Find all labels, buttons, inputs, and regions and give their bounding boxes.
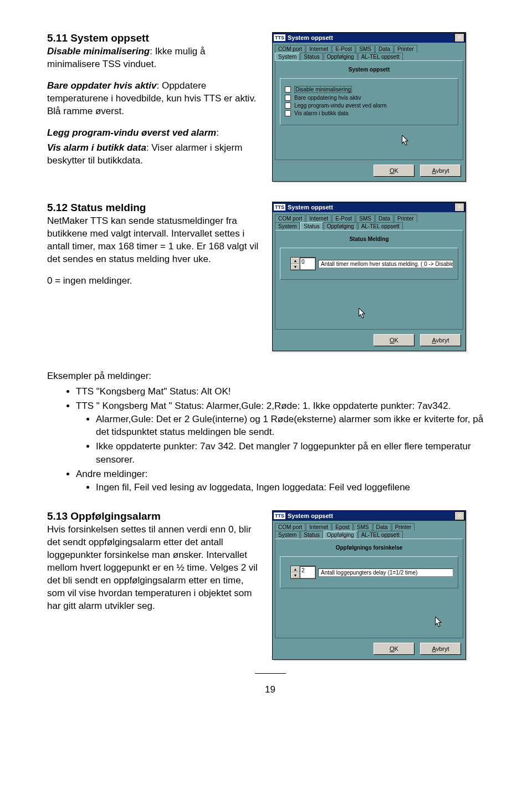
chevron-up-icon[interactable]: ▲ <box>291 566 300 572</box>
tab-data[interactable]: Data <box>373 523 391 531</box>
cursor-icon <box>359 308 366 319</box>
checkbox-label: Bare oppdatering hvis aktiv <box>294 95 361 101</box>
para: Vis alarm i butikk data: Viser alarmer i… <box>47 142 260 167</box>
tab-com-port[interactable]: COM port <box>275 523 305 531</box>
group-title: Oppfølgnings forsinkelse <box>279 545 459 551</box>
tabs-row-lower: System Status Oppfølging AL-TEL oppsett <box>273 531 466 539</box>
tab-printer[interactable]: Printer <box>394 214 417 222</box>
term: Disable minimalisering <box>47 46 150 57</box>
term: Bare oppdater hvis aktiv <box>47 80 156 91</box>
para: 0 = ingen meldinger. <box>47 275 260 288</box>
tab-printer[interactable]: Printer <box>394 45 417 53</box>
quantity-stepper[interactable]: ▲ ▼ 0 <box>290 257 316 270</box>
tab-body: System oppsett Disable minimalisering Ba… <box>275 60 463 160</box>
tabs-row-upper: COM port Internet E-Post SMS Data Printe… <box>273 212 466 222</box>
tab-oppfolging[interactable]: Oppfølging <box>324 531 357 539</box>
cancel-button[interactable]: Avbryt <box>420 165 461 177</box>
tab-data[interactable]: Data <box>375 45 393 53</box>
close-icon[interactable]: × <box>454 203 464 212</box>
tab-printer[interactable]: Printer <box>392 523 415 531</box>
list-item: Alarmer,Gule: Det er 2 Gule(interne) og … <box>96 413 493 439</box>
tab-status[interactable]: Status <box>300 531 323 539</box>
dialog-system-oppsett-1: TTS System oppsett × COM port Internet E… <box>272 32 466 182</box>
list-item: Ikke oppdaterte punkter: 7av 342. Det ma… <box>96 440 493 466</box>
tab-epost[interactable]: E-Post <box>332 214 355 222</box>
para: Hvis forsinkelsen settes til annen verdi… <box>47 524 260 613</box>
para: Disable minimalisering: Ikke mulig å min… <box>47 45 260 71</box>
group-box: ▲ ▼ 2 Antall loggepungters delay (1=1/2 … <box>280 556 458 588</box>
tab-internet[interactable]: Internet <box>306 45 331 53</box>
tab-sms[interactable]: SMS <box>356 45 375 53</box>
checkbox-icon[interactable] <box>285 86 291 93</box>
chevron-down-icon[interactable]: ▼ <box>291 264 300 270</box>
checkbox-icon[interactable] <box>285 110 291 116</box>
tab-sms[interactable]: SMS <box>354 523 372 531</box>
close-icon[interactable]: × <box>454 511 464 520</box>
tab-oppfolging[interactable]: Oppfølging <box>324 222 357 230</box>
ok-button[interactable]: OK <box>374 643 415 655</box>
cancel-button[interactable]: Avbryt <box>420 334 461 346</box>
ok-button[interactable]: OK <box>374 165 415 177</box>
tab-sms[interactable]: SMS <box>356 214 375 222</box>
titlebar-prefix: TTS <box>274 512 285 519</box>
list-item: Andre meldinger: Ingen fil, Feil ved les… <box>76 468 493 494</box>
tab-status[interactable]: Status <box>300 222 323 230</box>
checkbox-row[interactable]: Vis alarm i butikk data <box>285 110 453 116</box>
titlebar-title: System oppsett <box>288 34 454 41</box>
term: Legg program-vindu øverst ved alarm <box>47 127 216 138</box>
chevron-down-icon[interactable]: ▼ <box>291 572 300 578</box>
tab-internet[interactable]: Internet <box>306 214 331 222</box>
checkbox-row[interactable]: Legg program-vindu øverst ved alarm <box>285 102 453 109</box>
term: Vis alarm i butikk data <box>47 142 146 153</box>
close-icon[interactable]: × <box>454 33 464 42</box>
tab-com-port[interactable]: COM port <box>275 214 305 222</box>
ok-button[interactable]: OK <box>374 334 415 346</box>
tab-system[interactable]: System <box>275 53 300 60</box>
heading-5-13: 5.13 Oppfølgingsalarm <box>47 510 260 522</box>
cancel-button[interactable]: Avbryt <box>420 643 461 655</box>
text: : <box>216 127 219 138</box>
tabs-row-upper: COM port Internet Epost SMS Data Printer <box>273 521 466 531</box>
tab-altel[interactable]: AL-TEL oppsett <box>358 531 403 539</box>
stepper-value[interactable]: 0 <box>300 258 315 270</box>
tab-epost[interactable]: E-Post <box>332 45 355 53</box>
titlebar: TTS System oppsett × <box>273 511 466 521</box>
examples-list: TTS "Kongsberg Mat" Status: Alt OK! TTS … <box>47 385 493 494</box>
group-title: Status Melding <box>279 236 459 242</box>
tab-system[interactable]: System <box>275 222 300 230</box>
list-item: Ingen fil, Feil ved lesing av loggedata,… <box>96 481 493 494</box>
tab-oppfolging[interactable]: Oppfølging <box>324 53 357 60</box>
stepper-value[interactable]: 2 <box>300 566 315 578</box>
checkbox-label: Legg program-vindu øverst ved alarm <box>294 102 387 109</box>
page-number: 19 <box>47 673 493 695</box>
tab-altel[interactable]: AL-TEL oppsett <box>358 53 403 60</box>
checkbox-row[interactable]: Disable minimalisering <box>285 86 453 93</box>
tab-status[interactable]: Status <box>300 53 323 60</box>
checkbox-row[interactable]: Bare oppdatering hvis aktiv <box>285 95 453 101</box>
tab-internet[interactable]: Internet <box>306 523 331 531</box>
tab-system[interactable]: System <box>275 531 300 539</box>
cursor-icon <box>435 617 443 628</box>
para: Legg program-vindu øverst ved alarm: <box>47 127 260 140</box>
tab-epost[interactable]: Epost <box>332 523 353 531</box>
tab-altel[interactable]: AL-TEL oppsett <box>358 222 403 230</box>
examples-head: Eksempler på meldinger: <box>47 370 493 383</box>
checkbox-icon[interactable] <box>285 102 291 109</box>
group-title: System oppsett <box>279 66 459 73</box>
stepper-desc: Antall timer mellom hver status melding.… <box>318 260 453 268</box>
tab-body: Status Melding ▲ ▼ 0 Antall timer mellom… <box>275 230 463 330</box>
checkbox-icon[interactable] <box>285 95 291 101</box>
heading-5-11: 5.11 System oppsett <box>47 32 260 44</box>
tab-com-port[interactable]: COM port <box>275 45 305 53</box>
tab-body: Oppfølgnings forsinkelse ▲ ▼ 2 Antall lo… <box>275 539 463 638</box>
titlebar-title: System oppsett <box>288 204 454 211</box>
stepper-desc: Antall loggepungters delay (1=1/2 time) <box>318 568 453 577</box>
chevron-up-icon[interactable]: ▲ <box>291 258 300 264</box>
dialog-system-oppsett-3: TTS System oppsett × COM port Internet E… <box>272 510 466 660</box>
titlebar-title: System oppsett <box>288 512 454 519</box>
button-bar: OK Avbryt <box>273 332 466 351</box>
tab-data[interactable]: Data <box>375 214 393 222</box>
heading-5-12: 5.12 Status melding <box>47 202 260 214</box>
quantity-stepper[interactable]: ▲ ▼ 2 <box>290 566 316 579</box>
titlebar: TTS System oppsett × <box>273 202 466 212</box>
